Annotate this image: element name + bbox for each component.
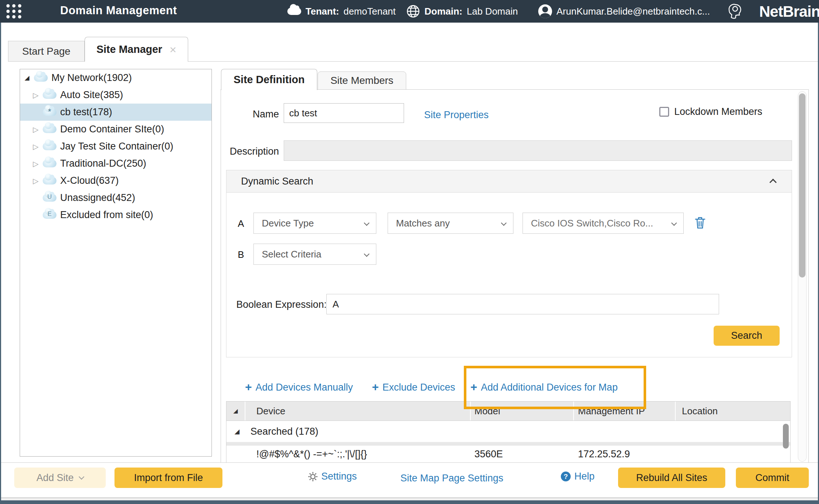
collapse-all-triangle-icon: ◢: [233, 408, 238, 414]
app-grid-menu-icon[interactable]: [6, 4, 22, 19]
device-type-value: Device Type: [262, 218, 314, 229]
expander-collapsed-icon[interactable]: ▷: [31, 142, 40, 151]
settings-link[interactable]: Settings: [307, 471, 357, 482]
add-site-label: Add Site: [36, 472, 74, 484]
tree-item-label: cb test(178): [60, 106, 112, 118]
site-tree-panel: ◢ My Network(1902) ▷ Auto Site(385) * cb…: [20, 69, 212, 457]
delete-criteria-trash-icon[interactable]: [694, 216, 706, 230]
tab-site-members[interactable]: Site Members: [318, 71, 406, 90]
tab-start-page[interactable]: Start Page: [8, 41, 85, 62]
column-header-location[interactable]: Location: [676, 402, 790, 420]
select-criteria-dropdown[interactable]: Select Criteria: [253, 244, 376, 265]
table-scrollbar-thumb[interactable]: [783, 424, 789, 449]
ai-assistant-head-icon[interactable]: [726, 3, 743, 20]
lockdown-label: Lockdown Members: [674, 106, 762, 117]
user-group[interactable]: ArunKumar.Belide@netbraintech.c...: [538, 0, 710, 23]
lockdown-members-control[interactable]: Lockdown Members: [659, 106, 762, 117]
help-label: Help: [574, 471, 595, 482]
site-name-input[interactable]: cb test: [284, 103, 404, 123]
excluded-cloud-icon: E: [43, 211, 57, 219]
import-from-file-button[interactable]: Import from File: [114, 468, 222, 488]
name-label: Name: [233, 109, 279, 120]
criteria-row-b-label: B: [238, 249, 244, 260]
device-type-dropdown[interactable]: Device Type: [253, 213, 376, 234]
tree-item-demo-container[interactable]: ▷ Demo Container SIte(0): [20, 121, 211, 138]
expander-collapsed-icon[interactable]: ▷: [31, 91, 40, 100]
description-input[interactable]: [284, 140, 792, 161]
tenant-cloud-icon: [287, 8, 301, 15]
boolean-expression-label: Boolean Expression:: [236, 299, 327, 310]
tree-item-label: X-Cloud(637): [60, 175, 119, 186]
tenant-value[interactable]: demoTenant: [343, 6, 396, 17]
site-properties-link[interactable]: Site Properties: [424, 109, 489, 121]
tab-site-definition[interactable]: Site Definition: [221, 69, 317, 90]
select-criteria-value: Select Criteria: [262, 249, 321, 260]
expander-collapsed-icon[interactable]: ▷: [31, 159, 40, 168]
tree-item-unassigned[interactable]: U Unassigned(452): [20, 189, 211, 206]
tree-item-auto-site[interactable]: ▷ Auto Site(385): [20, 86, 211, 104]
chevron-down-icon: [79, 474, 85, 480]
cell-model: 3560E: [471, 449, 574, 460]
panel-scrollbar-thumb[interactable]: [799, 93, 806, 278]
add-site-button[interactable]: Add Site: [14, 468, 106, 488]
dynamic-search-header[interactable]: Dynamic Search: [226, 170, 792, 193]
cell-management-ip: 172.25.52.9: [574, 449, 676, 460]
table-row[interactable]: !@#$%^&*() -=+~`:;.'|\/[]{} 3560E 172.25…: [226, 446, 790, 462]
matches-dropdown[interactable]: Matches any: [388, 213, 513, 234]
tree-item-jay-test[interactable]: ▷ Jay Test Site Container(0): [20, 138, 211, 155]
expander-expanded-icon[interactable]: ◢: [22, 74, 32, 82]
help-link[interactable]: ? Help: [561, 471, 595, 482]
domain-value[interactable]: Lab Domain: [467, 6, 518, 17]
add-devices-manually-label: Add Devices Manually: [256, 382, 353, 393]
exclude-devices-label: Exclude Devices: [383, 382, 455, 393]
table-scrollbar[interactable]: [783, 422, 789, 461]
chevron-down-icon: [501, 220, 507, 226]
settings-label: Settings: [321, 471, 357, 482]
domain-label: Domain:: [424, 6, 462, 17]
cloud-icon: [34, 74, 48, 82]
user-email[interactable]: ArunKumar.Belide@netbraintech.c...: [556, 6, 710, 17]
tree-item-my-network[interactable]: ◢ My Network(1902): [20, 69, 211, 86]
chevron-down-icon: [671, 220, 677, 226]
tree-item-x-cloud[interactable]: ▷ X-Cloud(637): [20, 172, 211, 189]
tab-site-manager[interactable]: Site Manager ×: [85, 37, 188, 62]
site-asterisk-icon: *: [43, 108, 57, 116]
tree-item-traditional-dc[interactable]: ▷ Traditional-DC(250): [20, 155, 211, 172]
close-tab-icon[interactable]: ×: [170, 44, 176, 55]
commit-button[interactable]: Commit: [736, 468, 809, 488]
domain-management-window: Domain Management Tenant: demoTenant Dom…: [0, 0, 819, 504]
collapse-all-column[interactable]: ◢: [226, 402, 245, 420]
dynamic-search-title: Dynamic Search: [241, 176, 313, 187]
tree-item-label: Auto Site(385): [60, 89, 123, 101]
cloud-icon: [43, 177, 57, 185]
footer-bar: Add Site Import from File Settings Site …: [0, 463, 819, 497]
searched-group-row[interactable]: ◢ Searched (178): [226, 421, 790, 442]
tree-item-cb-test[interactable]: * cb test(178): [20, 104, 211, 121]
tabstrip-divider: [188, 61, 818, 62]
tree-item-label: Traditional-DC(250): [60, 158, 146, 169]
exclude-devices-link[interactable]: + Exclude Devices: [372, 381, 455, 393]
tree-item-excluded[interactable]: E Excluded from site(0): [20, 206, 211, 224]
group-expander-icon[interactable]: ◢: [234, 428, 240, 435]
gear-icon: [307, 471, 318, 482]
tree-item-label: Demo Container SIte(0): [60, 124, 164, 135]
tenant-label: Tenant:: [306, 6, 339, 17]
tree-item-label: Jay Test Site Container(0): [60, 141, 173, 152]
site-map-page-settings-link[interactable]: Site Map Page Settings: [400, 473, 503, 484]
globe-icon: [406, 4, 420, 18]
expander-collapsed-icon[interactable]: ▷: [31, 177, 40, 185]
netbrain-logo: NetBrain: [759, 3, 819, 20]
boolean-expression-input[interactable]: A: [326, 294, 719, 314]
expander-collapsed-icon[interactable]: ▷: [31, 125, 40, 134]
collapse-chevron-up-icon[interactable]: [769, 179, 777, 186]
rebuild-all-sites-button[interactable]: Rebuild All Sites: [618, 468, 725, 488]
search-button[interactable]: Search: [714, 326, 780, 346]
lockdown-checkbox[interactable]: [659, 107, 669, 117]
add-devices-manually-link[interactable]: + Add Devices Manually: [245, 381, 353, 393]
help-question-icon: ?: [561, 472, 571, 481]
chevron-down-icon: [364, 251, 370, 257]
unassigned-cloud-icon: U: [43, 194, 57, 202]
cloud-icon: [43, 91, 57, 99]
criteria-value-dropdown[interactable]: Cisco IOS Switch,Cisco Ro...: [523, 213, 684, 234]
column-header-device[interactable]: Device: [245, 402, 471, 420]
